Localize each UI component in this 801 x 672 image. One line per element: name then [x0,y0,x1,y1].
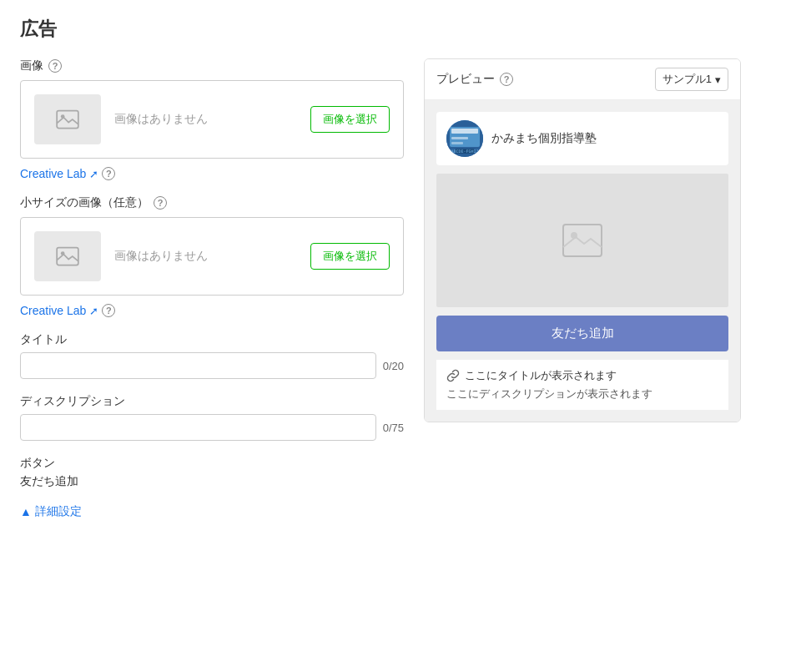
advanced-settings-arrow: ▲ [20,505,32,518]
title-field-section: タイトル 0/20 [20,332,404,379]
creative-lab-link-2[interactable]: Creative Lab ➚ ? [20,304,115,317]
image-placeholder-icon [56,108,79,131]
sample-chevron-icon: ▾ [715,73,721,86]
advanced-settings-label: 詳細設定 [35,504,82,519]
description-field-section: ディスクリプション 0/75 [20,394,404,441]
preview-footer: ここにタイトルが表示されます ここにディスクリプションが表示されます [436,360,728,410]
preview-title-area: プレビュー ? [436,72,513,87]
svg-rect-8 [451,142,463,144]
title-field-label: タイトル [20,332,404,347]
preview-body: ABCDE-FGHIJ かみまち個別指導塾 友だち追加 [425,100,740,422]
small-image-upload-box: 画像はありません 画像を選択 [20,217,404,296]
small-image-thumbnail-placeholder [34,231,101,281]
sample-select[interactable]: サンプル1 ▾ [655,68,728,91]
svg-rect-6 [451,129,478,134]
description-input-wrapper: 0/75 [20,414,404,441]
sample-select-label: サンプル1 [662,72,712,87]
image-thumbnail-placeholder [34,94,101,144]
description-input[interactable] [20,414,376,441]
svg-rect-7 [451,137,468,139]
preview-title-placeholder-text: ここにタイトルが表示されます [465,368,617,383]
preview-account-row: ABCDE-FGHIJ かみまち個別指導塾 [436,112,728,165]
preview-header: プレビュー ? サンプル1 ▾ [425,59,740,100]
small-image-help-icon[interactable]: ? [154,196,167,210]
button-value-text: 友だち追加 [20,474,404,489]
creative-lab-help-icon-2[interactable]: ? [102,304,115,317]
creative-lab-label-1: Creative Lab [20,167,86,180]
button-section-label: ボタン [20,456,404,471]
select-image-button[interactable]: 画像を選択 [310,106,390,133]
image-no-text: 画像はありません [114,112,297,127]
creative-lab-help-icon-1[interactable]: ? [102,167,115,180]
external-link-icon-2: ➚ [89,305,98,317]
title-char-count: 0/20 [383,360,404,372]
creative-lab-label-2: Creative Lab [20,304,86,317]
title-input[interactable] [20,352,376,379]
preview-image-area [436,174,728,307]
description-field-label: ディスクリプション [20,394,404,409]
preview-image-placeholder-icon [562,224,602,257]
preview-add-friend-button[interactable]: 友だち追加 [436,316,728,351]
preview-desc-placeholder-text: ここにディスクリプションが表示されます [446,387,718,402]
small-image-no-text: 画像はありません [114,249,297,264]
svg-rect-2 [57,248,78,265]
svg-rect-0 [57,111,78,129]
avatar-image: ABCDE-FGHIJ [446,120,483,157]
account-name: かみまち個別指導塾 [491,131,597,146]
creative-lab-link-1[interactable]: Creative Lab ➚ ? [20,167,115,180]
account-avatar: ABCDE-FGHIJ [446,120,483,157]
select-small-image-button[interactable]: 画像を選択 [310,243,390,270]
title-input-wrapper: 0/20 [20,352,404,379]
advanced-settings-toggle[interactable]: ▲ 詳細設定 [20,504,82,519]
button-section: ボタン 友だち追加 [20,456,404,489]
link-chain-icon [446,369,460,382]
svg-rect-11 [563,225,602,256]
preview-panel: プレビュー ? サンプル1 ▾ [424,58,741,422]
left-panel: 画像 ? 画像はありません 画像を選択 Creative Lab ➚ ? 小サイ… [20,58,404,519]
description-char-count: 0/75 [383,422,404,434]
svg-text:ABCDE-FGHIJ: ABCDE-FGHIJ [451,149,478,154]
small-image-placeholder-icon [56,245,79,268]
image-label-text: 画像 [20,58,43,73]
image-help-icon[interactable]: ? [48,59,62,73]
preview-title-text: プレビュー [436,72,495,87]
image-section-label: 画像 ? [20,58,404,73]
page-title: 広告 [20,17,781,42]
preview-help-icon[interactable]: ? [500,73,513,86]
small-image-label-text: 小サイズの画像（任意） [20,195,149,210]
small-image-section-label: 小サイズの画像（任意） ? [20,195,404,210]
external-link-icon-1: ➚ [89,168,98,180]
image-upload-box: 画像はありません 画像を選択 [20,80,404,159]
preview-card: プレビュー ? サンプル1 ▾ [424,58,741,422]
preview-title-placeholder-line: ここにタイトルが表示されます [446,368,718,383]
